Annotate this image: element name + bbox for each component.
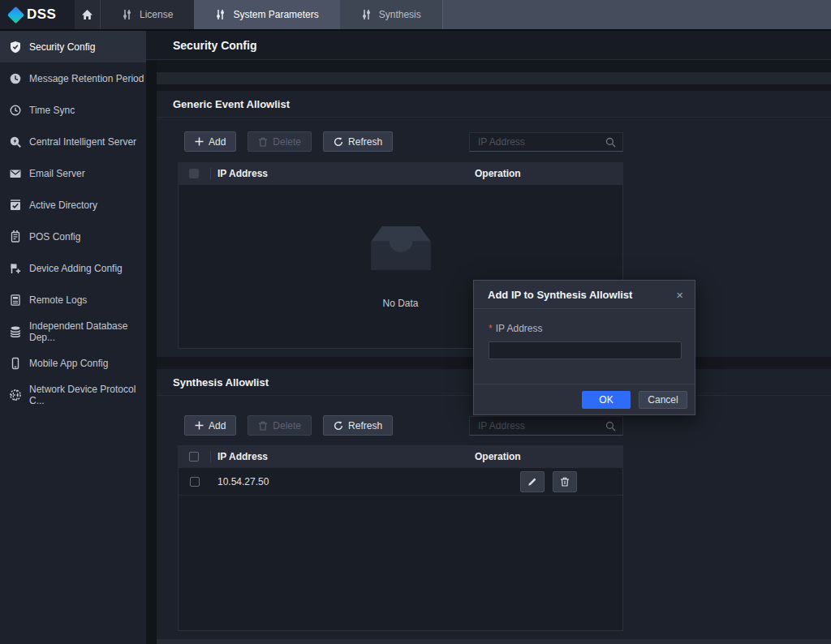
sliders-icon [122, 9, 132, 20]
select-all-checkbox[interactable] [189, 452, 199, 462]
pos-terminal-icon [9, 230, 22, 243]
delete-row-button[interactable] [553, 471, 577, 492]
device-add-icon [9, 262, 22, 275]
log-server-icon [9, 294, 22, 307]
home-button[interactable] [75, 0, 101, 29]
sidebar-item-active-directory[interactable]: Active Directory [0, 189, 146, 221]
table-row: 10.54.27.50 [179, 468, 622, 496]
dialog-title: Add IP to Synthesis Allowlist [488, 289, 632, 301]
empty-inbox-icon [362, 219, 440, 277]
sidebar-item-label: Network Device Protocol C... [29, 384, 146, 406]
synthesis-search [469, 416, 623, 436]
tab-label: License [140, 9, 173, 20]
content-gutter [146, 61, 157, 644]
clock-icon [9, 72, 22, 85]
ip-address-field[interactable] [489, 341, 682, 359]
sidebar-item-label: Device Adding Config [29, 263, 123, 274]
mobile-phone-icon [9, 357, 22, 370]
add-button-label: Add [209, 420, 226, 431]
sidebar-item-email-server[interactable]: Email Server [0, 157, 146, 189]
tab-label: System Parameters [233, 9, 318, 20]
sidebar-item-mobile-app-config[interactable]: Mobile App Config [0, 347, 146, 379]
pencil-icon [527, 477, 537, 487]
header-separator [210, 168, 211, 179]
sidebar-item-network-device-protocol[interactable]: Network Device Protocol C... [0, 379, 146, 410]
sidebar-item-label: Email Server [29, 168, 85, 179]
dialog-header: Add IP to Synthesis Allowlist × [474, 281, 695, 309]
sidebar-item-label: Remote Logs [29, 294, 87, 306]
search-input[interactable] [470, 417, 622, 435]
dialog-footer: OK Cancel [474, 384, 695, 414]
sliders-icon [215, 9, 226, 20]
sidebar-item-label: POS Config [29, 231, 80, 243]
add-ip-dialog: Add IP to Synthesis Allowlist × *IP Addr… [473, 280, 695, 415]
sidebar-item-central-intelligent-server[interactable]: Central Intelligent Server [0, 126, 146, 157]
delete-button[interactable]: Delete [248, 415, 312, 436]
sidebar-item-label: Security Config [29, 41, 95, 53]
refresh-button[interactable]: Refresh [323, 131, 393, 152]
sidebar-item-remote-logs[interactable]: Remote Logs [0, 284, 146, 316]
column-ip-address: IP Address [217, 168, 268, 179]
delete-button[interactable]: Delete [248, 131, 312, 152]
row-checkbox[interactable] [190, 477, 200, 487]
sidebar-item-time-sync[interactable]: Time Sync [0, 94, 146, 126]
generic-search [469, 132, 623, 152]
page-header: Security Config [146, 31, 831, 60]
add-button[interactable]: Add [184, 131, 236, 152]
generic-toolbar: Add Delete Refresh [184, 131, 393, 152]
column-operation: Operation [475, 168, 521, 179]
select-all-checkbox[interactable] [189, 169, 199, 178]
home-icon [81, 9, 93, 20]
sidebar: Security Config Message Retention Period… [0, 31, 146, 644]
tab-synthesis[interactable]: Synthesis [340, 0, 443, 29]
add-button-label: Add [209, 136, 226, 148]
page-title: Security Config [173, 39, 256, 52]
sliders-icon [361, 9, 372, 20]
topbar-spacer [443, 0, 831, 29]
intelligent-search-icon [9, 135, 22, 148]
plus-icon [195, 421, 204, 430]
delete-button-label: Delete [273, 136, 301, 148]
section-title: Generic Event Allowlist [157, 91, 831, 118]
row-operations [520, 471, 577, 492]
sidebar-item-message-retention-period[interactable]: Message Retention Period [0, 62, 146, 94]
dss-logo-icon [7, 6, 24, 23]
table-header: IP Address Operation [178, 445, 623, 468]
magnifier-icon[interactable] [605, 137, 616, 148]
sidebar-item-security-config[interactable]: Security Config [0, 31, 146, 62]
column-ip-address: IP Address [217, 451, 268, 462]
add-button[interactable]: Add [184, 415, 236, 436]
tab-license[interactable]: License [101, 0, 194, 29]
field-label-row: *IP Address [489, 323, 680, 334]
plus-icon [195, 137, 204, 146]
globe-icon [9, 389, 22, 401]
edit-button[interactable] [520, 471, 545, 492]
cancel-button[interactable]: Cancel [639, 391, 687, 409]
trash-icon [560, 477, 570, 487]
app-logo-text: DSS [27, 6, 56, 23]
synthesis-toolbar: Add Delete Refresh [184, 415, 393, 436]
refresh-button[interactable]: Refresh [323, 415, 393, 436]
envelope-icon [9, 167, 22, 180]
magnifier-icon[interactable] [605, 421, 616, 431]
ok-button[interactable]: OK [582, 391, 631, 409]
close-icon[interactable]: × [676, 289, 683, 301]
sidebar-item-label: Time Sync [29, 105, 75, 116]
trash-icon [258, 137, 268, 147]
tab-label: Synthesis [379, 9, 421, 20]
search-input[interactable] [470, 133, 622, 151]
sidebar-item-independent-database[interactable]: Independent Database Dep... [0, 316, 146, 347]
database-icon [9, 325, 22, 338]
refresh-icon [334, 137, 343, 147]
header-separator [210, 451, 211, 462]
shield-check-icon [9, 41, 22, 54]
sidebar-item-device-adding-config[interactable]: Device Adding Config [0, 252, 146, 284]
sidebar-item-pos-config[interactable]: POS Config [0, 221, 146, 252]
checkbox-check-icon [9, 199, 22, 212]
topbar: DSS License System Parameters Synthesis [0, 0, 831, 31]
sidebar-item-label: Active Directory [29, 200, 97, 211]
tab-system-parameters[interactable]: System Parameters [194, 0, 339, 29]
synthesis-table: IP Address Operation 10.54.27.50 [178, 445, 623, 631]
trash-icon [258, 421, 268, 431]
sidebar-item-label: Message Retention Period [29, 73, 144, 84]
